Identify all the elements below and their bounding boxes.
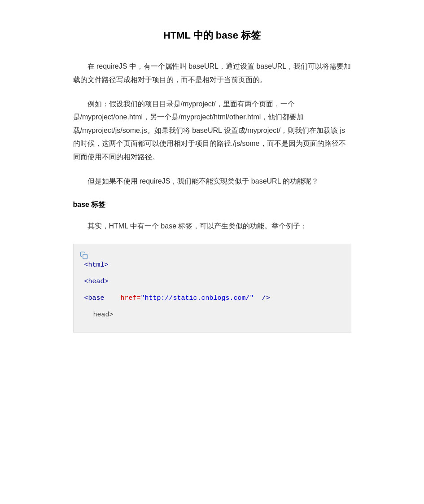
code-head-tag: <head> <box>84 278 109 285</box>
code-base-tag-open: <base <box>84 294 105 302</box>
paragraph-1-text: 在 requireJS 中，有一个属性叫 baseURL，通过设置 baseUR… <box>73 62 351 83</box>
paragraph-3-text: 但是如果不使用 requireJS，我们能不能实现类似于 baseURL 的功能… <box>87 177 319 185</box>
code-block: <html> <head> <base href="http://static.… <box>73 244 351 333</box>
code-line-1: <html> <box>84 257 340 273</box>
section-heading: base 标签 <box>73 198 351 210</box>
paragraph-2-text: 例如：假设我们的项目目录是/myproject/，里面有两个页面，一个是/myp… <box>73 100 346 161</box>
paragraph-2: 例如：假设我们的项目目录是/myproject/，里面有两个页面，一个是/myp… <box>73 97 351 164</box>
code-content: <html> <head> <base href="http://static.… <box>84 257 340 323</box>
page-container: HTML 中的 base 标签 在 requireJS 中，有一个属性叫 bas… <box>37 0 387 370</box>
code-attr-value: "http://static.cnblogs.com/" <box>141 294 254 302</box>
code-attr-href: href= <box>121 294 141 302</box>
paragraph-4-text: 其实，HTML 中有一个 base 标签，可以产生类似的功能。举个例子： <box>73 219 351 233</box>
code-line-4: head> <box>84 307 340 323</box>
code-line-3: <base href="http://static.cnblogs.com/" … <box>84 290 340 307</box>
paragraph-4: 其实，HTML 中有一个 base 标签，可以产生类似的功能。举个例子： <box>73 219 351 233</box>
svg-rect-0 <box>83 254 87 259</box>
code-head-close: head> <box>93 311 114 319</box>
code-base-tag-close: /> <box>258 294 270 302</box>
copy-icon[interactable] <box>80 249 88 267</box>
code-space <box>109 294 117 302</box>
page-title: HTML 中的 base 标签 <box>73 27 351 44</box>
code-line-2: <head> <box>84 273 340 290</box>
paragraph-3: 但是如果不使用 requireJS，我们能不能实现类似于 baseURL 的功能… <box>73 175 351 188</box>
paragraph-1: 在 requireJS 中，有一个属性叫 baseURL，通过设置 baseUR… <box>73 60 351 86</box>
code-html-tag: <html> <box>84 261 109 269</box>
